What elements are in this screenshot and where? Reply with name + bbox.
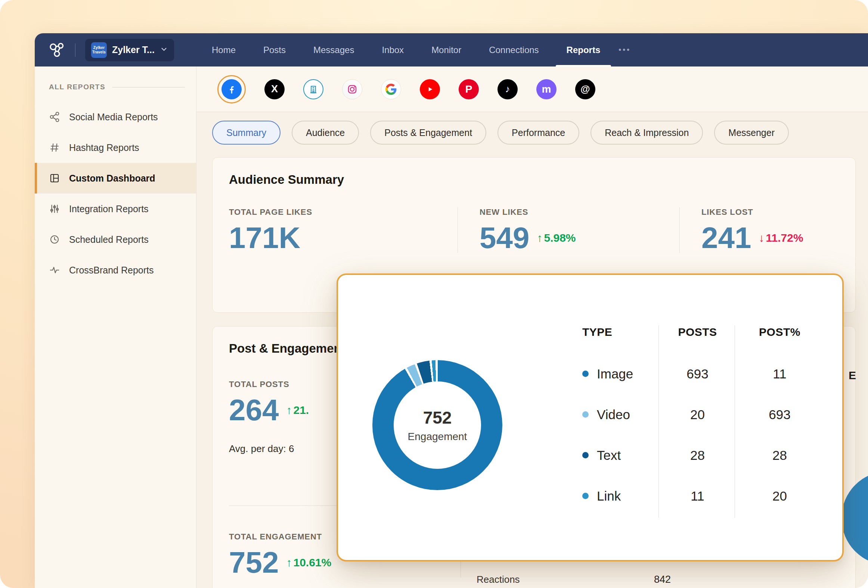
- table-header-posts: POSTS: [659, 321, 736, 338]
- app-logo-icon: [47, 41, 65, 59]
- brand-avatar: Zylker Travels: [91, 42, 107, 58]
- pulse-icon: [49, 264, 60, 276]
- nav-item-home[interactable]: Home: [198, 33, 249, 66]
- legend-dot-text: [582, 452, 589, 458]
- network-tab-tiktok[interactable]: ♪: [497, 79, 518, 99]
- stat-value: 752: [229, 548, 279, 578]
- sidebar-item-hashtag-reports[interactable]: Hashtag Reports: [35, 132, 196, 163]
- legend-dot-image: [582, 371, 589, 377]
- threads-icon: @: [580, 83, 590, 95]
- arrow-up-icon: ↑: [286, 556, 292, 569]
- network-tab-x[interactable]: X: [264, 79, 285, 99]
- sidebar-item-social-media-reports[interactable]: Social Media Reports: [35, 102, 196, 132]
- network-tab-threads[interactable]: @: [575, 79, 595, 99]
- table-row-image-postpct: 11: [736, 366, 824, 381]
- delta-value: 10.61%: [293, 556, 331, 569]
- arrow-up-icon: ↑: [537, 232, 542, 244]
- tab-posts-engagement[interactable]: Posts & Engagement: [370, 121, 486, 145]
- stat-total-page-likes: TOTAL PAGE LIKES 171K: [229, 207, 458, 253]
- stat-delta-down: ↓11.72%: [759, 232, 803, 244]
- brand-avatar-line1: Zylker: [93, 46, 105, 50]
- table-row-text-posts: 28: [659, 448, 736, 463]
- instagram-icon: [347, 84, 358, 95]
- network-tab-instagram[interactable]: [342, 79, 362, 99]
- table-row-link-posts: 11: [659, 489, 736, 504]
- type-label: Text: [597, 448, 621, 463]
- network-tab-google[interactable]: [381, 79, 401, 99]
- donut-center-label: Engagement: [408, 431, 467, 443]
- table-row-video-posts: 20: [659, 407, 736, 422]
- sidebar-item-label: Scheduled Reports: [69, 234, 149, 245]
- network-tab-pinterest[interactable]: P: [459, 79, 479, 99]
- stat-label: LIKES LOST: [701, 207, 848, 217]
- donut-center: 752 Engagement: [372, 360, 502, 490]
- nav-item-posts[interactable]: Posts: [249, 33, 300, 66]
- sidebar-section-divider: [112, 87, 185, 87]
- type-label: Video: [597, 407, 630, 422]
- engagement-popup: 752 Engagement TYPE POSTS POST% Image 69…: [337, 273, 844, 561]
- tab-reach-impression[interactable]: Reach & Impression: [590, 121, 703, 145]
- nav-item-messages[interactable]: Messages: [300, 33, 368, 66]
- chevron-down-icon: [160, 45, 168, 55]
- table-row-video-postpct: 693: [736, 407, 824, 422]
- x-icon: X: [271, 83, 278, 95]
- pinterest-icon: P: [465, 83, 472, 95]
- donut-center-value: 752: [423, 408, 452, 428]
- sidebar-item-crossbrand-reports[interactable]: CrossBrand Reports: [35, 255, 196, 285]
- nav-item-inbox[interactable]: Inbox: [368, 33, 418, 66]
- screen: Zylker Travels Zylker T... Home Posts Me…: [0, 0, 868, 588]
- covered-text-fragment: E: [849, 369, 856, 382]
- stat-value: 241: [701, 223, 751, 253]
- brand-name: Zylker T...: [112, 44, 155, 55]
- table-row-link-postpct: 20: [736, 489, 824, 504]
- network-tab-facebook[interactable]: [217, 75, 246, 103]
- table-row-video-type: Video: [570, 407, 659, 422]
- sidebar: ALL REPORTS Social Media Reports Hashtag…: [35, 66, 196, 588]
- delta-value: 21.: [293, 404, 309, 417]
- tab-performance[interactable]: Performance: [497, 121, 579, 145]
- sidebar-section-header: ALL REPORTS: [35, 83, 196, 91]
- sidebar-item-integration-reports[interactable]: Integration Reports: [35, 194, 196, 224]
- stat-value: 549: [480, 223, 529, 253]
- table-header-postpct: POST%: [736, 321, 824, 338]
- network-tab-linkedin-page[interactable]: [303, 79, 323, 99]
- network-tab-youtube[interactable]: [420, 79, 440, 99]
- nav-item-reports[interactable]: Reports: [553, 33, 614, 66]
- sliders-icon: [49, 203, 60, 214]
- stat-delta-up: ↑5.98%: [537, 232, 576, 244]
- sidebar-item-label: Custom Dashboard: [69, 173, 155, 184]
- breakdown-label: Reactions: [477, 574, 520, 585]
- sidebar-item-label: Integration Reports: [69, 204, 149, 214]
- sidebar-item-label: Social Media Reports: [69, 112, 158, 123]
- engagement-table: TYPE POSTS POST% Image 693 11 Video 20 6…: [570, 321, 824, 516]
- dashboard-grid-icon: [49, 173, 60, 184]
- facebook-icon: [221, 79, 242, 99]
- nav-overflow-button[interactable]: •••: [619, 46, 631, 54]
- audience-stats: TOTAL PAGE LIKES 171K NEW LIKES 549: [229, 207, 855, 253]
- report-tabs: Summary Audience Posts & Engagement Perf…: [196, 112, 868, 157]
- card-title: Audience Summary: [229, 173, 855, 187]
- sidebar-item-custom-dashboard[interactable]: Custom Dashboard: [35, 163, 196, 194]
- stat-delta-up: ↑21.: [286, 404, 309, 417]
- top-navbar: Zylker Travels Zylker T... Home Posts Me…: [35, 33, 868, 66]
- tab-messenger[interactable]: Messenger: [714, 121, 789, 145]
- table-header-type: TYPE: [570, 321, 659, 338]
- network-tabs: X: [196, 66, 868, 112]
- stat-value: 171K: [229, 223, 300, 253]
- network-tab-mastodon[interactable]: m: [536, 79, 557, 99]
- type-label: Link: [597, 489, 621, 504]
- clock-icon: [49, 234, 60, 245]
- nav-item-connections[interactable]: Connections: [475, 33, 552, 66]
- stat-new-likes: NEW LIKES 549 ↑5.98%: [458, 207, 679, 253]
- delta-value: 5.98%: [544, 232, 576, 244]
- tab-summary[interactable]: Summary: [212, 121, 280, 145]
- sidebar-item-scheduled-reports[interactable]: Scheduled Reports: [35, 224, 196, 255]
- tab-audience[interactable]: Audience: [292, 121, 359, 145]
- brand-switcher[interactable]: Zylker Travels Zylker T...: [85, 39, 174, 61]
- table-row-image-type: Image: [570, 366, 659, 381]
- nav-item-monitor[interactable]: Monitor: [418, 33, 475, 66]
- arrow-down-icon: ↓: [759, 232, 764, 244]
- engagement-donut-ring: 752 Engagement: [372, 360, 502, 490]
- stat-delta-up: ↑10.61%: [286, 556, 331, 569]
- brand-avatar-line2: Travels: [92, 50, 106, 55]
